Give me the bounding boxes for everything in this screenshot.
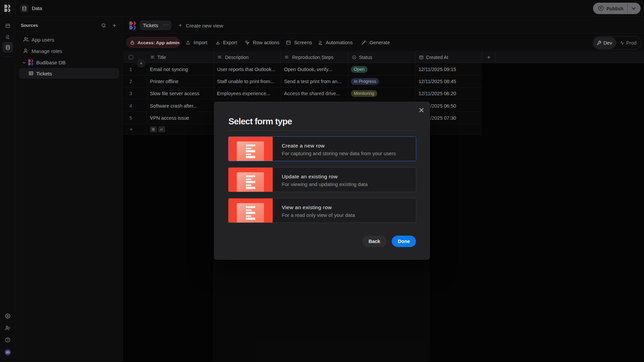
- svg-text:12: 12: [420, 57, 422, 59]
